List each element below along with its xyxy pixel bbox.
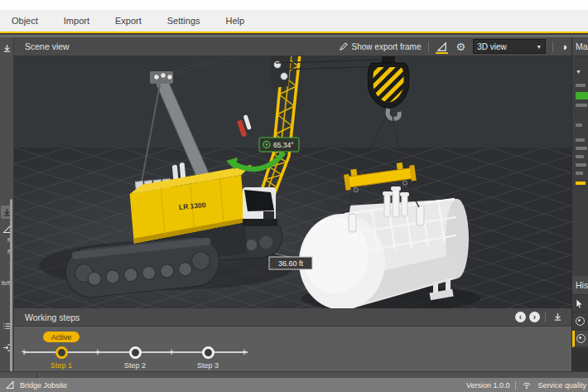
text-sliver <box>576 155 584 158</box>
target-icon <box>576 334 586 343</box>
radius-badge: 36.60 ft <box>269 257 312 269</box>
download-steps-button[interactable] <box>549 312 566 322</box>
version-label: Version 1.0.0 <box>466 381 510 390</box>
titlebar-strip <box>0 0 588 10</box>
angle-measure-tool-button[interactable] <box>432 37 451 56</box>
boom-head <box>269 56 291 88</box>
boom-angle-badge: 65.34° <box>259 138 299 152</box>
separator <box>545 312 546 322</box>
separator <box>552 41 553 52</box>
angle-icon <box>436 41 447 52</box>
text-sliver <box>576 163 586 167</box>
service-quality-label: Service quality <box>537 381 586 390</box>
status-left: Bridge Jobsite <box>5 380 67 390</box>
text-sliver <box>576 147 587 150</box>
scene-viewport[interactable]: LR 1300 <box>14 56 571 308</box>
download-icon <box>2 44 12 53</box>
menu-bar: Object Import Export Settings Help <box>0 10 588 33</box>
boom-angle-value: 65.34° <box>273 141 294 149</box>
step-2-marker[interactable]: Step 2 <box>110 346 160 370</box>
radius-value: 36.60 ft <box>278 259 304 268</box>
add-step-button[interactable]: + <box>239 346 250 358</box>
view-mode-dropdown[interactable]: 3D view ▼ <box>473 39 546 54</box>
app-window: Object Import Export Settings Help ft ft… <box>0 0 588 392</box>
operator-cab <box>243 187 277 226</box>
working-steps-header: Working steps ‹ › <box>14 308 571 327</box>
scene-settings-button[interactable]: ⚙ <box>451 37 470 56</box>
history-item-selected[interactable] <box>572 331 588 347</box>
step-circle <box>129 346 142 359</box>
target-icon <box>576 317 585 326</box>
cursor-icon <box>576 299 583 308</box>
text-sliver <box>576 84 586 87</box>
previous-step-button[interactable]: ‹ <box>515 312 526 322</box>
step-circle <box>55 346 68 359</box>
crane-scene: LR 1300 <box>14 56 571 308</box>
machine-panel-header: Mac <box>572 37 588 56</box>
scrollbar[interactable] <box>10 199 12 377</box>
show-export-frame-button[interactable]: Show export frame <box>335 37 426 56</box>
view-mode-value: 3D view <box>477 42 507 51</box>
scene-view-panel: Scene view Show export frame ⚙ 3D view ▼ <box>14 37 571 371</box>
active-step-badge: Active <box>43 332 80 342</box>
step-label: Step 2 <box>110 361 160 370</box>
text-sliver <box>576 123 582 127</box>
chevron-down-icon: ▼ <box>536 44 542 50</box>
wifi-icon <box>522 380 532 390</box>
scene-view-header: Scene view Show export frame ⚙ 3D view ▼ <box>14 37 571 56</box>
working-steps-panel: Working steps ‹ › + + + + Active <box>14 308 571 371</box>
pencil-icon <box>339 42 348 51</box>
status-right: Version 1.0.0 Service quality <box>466 380 586 390</box>
steps-header-controls: ‹ › <box>513 312 566 322</box>
separator <box>515 381 516 390</box>
right-rail: Mac ▼ Hist <box>571 37 588 378</box>
step-circle <box>202 346 214 359</box>
menu-item-export[interactable]: Export <box>115 16 142 26</box>
left-rail: ft ft · · lb/ft <box>0 37 14 378</box>
add-step-button[interactable]: + <box>18 346 30 358</box>
status-bar: Bridge Jobsite Version 1.0.0 Service qua… <box>0 378 588 392</box>
download-icon <box>553 312 562 322</box>
menu-item-settings[interactable]: Settings <box>167 16 200 26</box>
history-panel-header: Hist <box>572 276 588 295</box>
step-label: Step 3 <box>183 361 233 370</box>
menu-item-object[interactable]: Object <box>12 16 38 26</box>
scene-view-title: Scene view <box>25 41 70 51</box>
add-step-button[interactable]: + <box>92 346 104 358</box>
step-label: Step 1 <box>36 361 86 370</box>
gear-icon: ⚙ <box>455 41 465 52</box>
text-sliver <box>576 138 585 142</box>
working-steps-timeline: + + + + Active Step 1 Step 2 Step 3 <box>14 327 571 371</box>
jobsite-name: Bridge Jobsite <box>20 381 67 390</box>
working-steps-title: Working steps <box>25 312 80 322</box>
contrast-icon: ◑ <box>561 41 567 52</box>
contrast-toggle-button[interactable]: ◑ <box>557 37 571 56</box>
text-sliver <box>576 104 587 107</box>
history-item-select[interactable] <box>572 296 588 312</box>
next-step-button[interactable]: › <box>529 312 540 322</box>
download-icon[interactable] <box>1 41 12 55</box>
scene-header-controls: Show export frame ⚙ 3D view ▼ ◑ <box>335 37 571 56</box>
menu-item-help[interactable]: Help <box>226 16 245 26</box>
separator <box>428 41 429 52</box>
chevron-down-icon[interactable]: ▼ <box>576 62 581 77</box>
text-sliver <box>576 172 583 175</box>
bottom-strip <box>0 371 588 378</box>
angle-icon <box>5 380 15 390</box>
step-1-marker[interactable]: Step 1 <box>36 346 86 370</box>
accent-sliver <box>576 181 586 185</box>
menu-item-import[interactable]: Import <box>64 16 89 26</box>
add-step-button[interactable]: + <box>166 346 177 358</box>
step-3-marker[interactable]: Step 3 <box>183 346 233 370</box>
history-item[interactable] <box>572 313 588 330</box>
status-ok-badge <box>576 92 588 99</box>
show-export-frame-label: Show export frame <box>352 42 422 51</box>
